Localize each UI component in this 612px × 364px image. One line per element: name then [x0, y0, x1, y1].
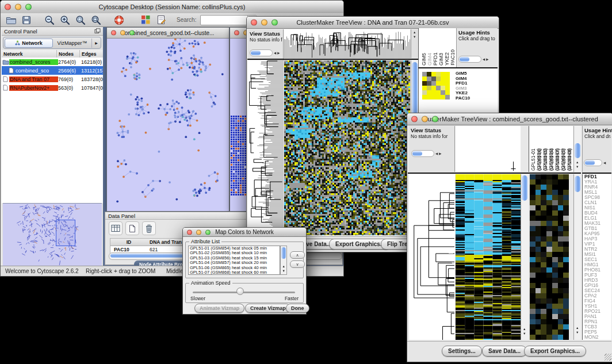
data-panel-toolbar — [109, 221, 156, 235]
help-lifering-icon[interactable] — [113, 14, 125, 26]
export-graphics-button[interactable]: Export Graphics... — [524, 346, 586, 357]
annotation-icon[interactable] — [155, 14, 167, 26]
gene-label[interactable]: MON2 — [583, 335, 611, 340]
close-button[interactable] — [234, 30, 239, 36]
open-folder-icon[interactable] — [5, 14, 17, 26]
close-button[interactable] — [251, 20, 257, 26]
col-nodes[interactable]: Nodes — [57, 50, 80, 58]
minimize-button[interactable] — [261, 20, 267, 26]
save-icon[interactable] — [21, 14, 32, 26]
close-button[interactable] — [411, 116, 418, 122]
col-network[interactable]: Network — [2, 50, 57, 58]
speed-slider-thumb[interactable] — [236, 288, 244, 295]
zoomed-heatmap[interactable] — [422, 72, 450, 99]
zoom-out-icon[interactable] — [44, 14, 55, 26]
speed-slider-track[interactable] — [193, 292, 295, 293]
resize-grip[interactable] — [605, 354, 611, 361]
done-button[interactable]: Done — [286, 304, 309, 313]
splitter[interactable] — [247, 59, 418, 60]
splitter[interactable] — [529, 173, 581, 174]
array-label: GPL51-02 (GSM855) — [537, 127, 543, 171]
network-list-row[interactable]: combined_sco2569(6)13112(15) — [2, 66, 103, 75]
network-list-row[interactable]: RNAPuberNov2+563(0)107847(0) — [2, 83, 103, 92]
zoom-in-icon[interactable] — [59, 14, 71, 26]
heatmap-cell — [436, 86, 441, 90]
row-dendrogram[interactable] — [409, 174, 455, 340]
gene-labels-panel: PFD1YRA1RNR4MSL1SPC98CLN1NIS1BUD4ELG1MAK… — [582, 174, 611, 340]
main-titlebar[interactable]: Cytoscape Desktop (Session Name: collins… — [1, 1, 343, 14]
zoom-fit-icon[interactable] — [90, 14, 102, 26]
col-id[interactable]: ID — [110, 239, 147, 245]
heatmap-cell — [431, 86, 436, 90]
expression-heatmap[interactable] — [456, 174, 521, 340]
move-up-button[interactable]: ∧ — [290, 251, 305, 259]
heatmap-cell — [431, 72, 436, 76]
array-label: GPL51-08 (GSM872) — [567, 127, 573, 171]
view-status-hscrollbar[interactable]: ◀▶ — [250, 49, 280, 56]
zoom-button[interactable] — [25, 4, 32, 10]
array-labels-vscrollbar[interactable]: ▲▼ — [573, 126, 581, 172]
minimize-button[interactable] — [120, 30, 125, 36]
delete-attribute-trash-icon[interactable] — [142, 221, 156, 235]
zoom-button[interactable] — [129, 30, 135, 36]
search-input[interactable] — [201, 16, 247, 24]
overview-selection-rect[interactable] — [56, 220, 75, 246]
usage-hints-hscrollbar[interactable]: ◀ — [584, 159, 606, 166]
network-view-titlebar[interactable]: combined_scores_good.txt--cluste... — [107, 28, 229, 39]
treeview-combined-titlebar[interactable]: ClusterMaker TreeView : combined_scores_… — [407, 113, 612, 125]
minimize-button[interactable] — [15, 4, 21, 10]
zoomed-heatmap-vscrollbar[interactable]: ▲▼ — [573, 174, 581, 340]
array-label: GPL51-04 (GSM857) — [549, 127, 555, 171]
usage-hints-panel: Usage Hints Click and drag to ◀ — [582, 126, 611, 172]
splitter[interactable] — [408, 173, 529, 174]
treeview-dna-titlebar[interactable]: ClusterMaker TreeView : DNA and Tran 07-… — [247, 17, 499, 29]
col-edges[interactable]: Edges — [80, 50, 103, 58]
zoom-selected-icon[interactable] — [75, 14, 86, 26]
splitter[interactable] — [582, 173, 611, 174]
zoom-button[interactable] — [205, 229, 211, 235]
window-controls — [187, 229, 211, 235]
attribute-listbox[interactable]: GPL51-01 (GSM854) heat shock 05 minGPL51… — [188, 246, 280, 275]
create-vizmap-button[interactable]: Create Vizmap — [245, 304, 291, 313]
network-overview-thumbnail[interactable] — [3, 203, 102, 266]
select-attributes-icon[interactable] — [109, 221, 123, 235]
slower-label: Slower — [190, 296, 205, 301]
new-attribute-icon[interactable] — [125, 221, 139, 235]
network-list-row[interactable]: combined_scores2764(0)16218(0) — [2, 58, 103, 66]
network-graph-canvas[interactable] — [107, 39, 228, 210]
move-down-button[interactable]: ∨ — [290, 260, 305, 268]
network-table-header: Network Nodes Edges — [2, 50, 103, 58]
settings-button[interactable]: Settings... — [442, 346, 482, 357]
zoom-button[interactable] — [432, 116, 438, 122]
attribute-list-item[interactable]: GPL51-07 (GSM868) heat shock 60 min — [189, 270, 280, 275]
close-button[interactable] — [187, 229, 192, 235]
column-dendrogram[interactable] — [284, 29, 410, 58]
tab-overflow-arrow[interactable]: ▶ — [91, 39, 101, 48]
column-dendrogram[interactable] — [456, 126, 521, 172]
expression-heatmap[interactable] — [284, 60, 410, 235]
minimize-button[interactable] — [422, 116, 428, 122]
save-data-button[interactable]: Save Data... — [482, 346, 527, 357]
control-panel-tabs: Network VizMapper™ ▶ — [3, 37, 101, 49]
dendrogram-scroll-strip[interactable]: ▲▼ — [411, 29, 418, 58]
usage-hints-hscrollbar[interactable]: ◀▶ — [458, 56, 488, 63]
heatmap-cell — [441, 72, 445, 76]
view-status-hscrollbar[interactable]: ◀▶ — [411, 150, 441, 157]
heatmap-vscrollbar[interactable]: ▲▼ — [521, 174, 529, 340]
zoomed-heatmap[interactable] — [530, 174, 569, 340]
zoom-button[interactable] — [271, 20, 278, 26]
row-dendrogram[interactable] — [248, 60, 284, 235]
network-view-window: combined_scores_good.txt--cluste... — [106, 27, 230, 212]
float-window-icon[interactable] — [94, 28, 101, 35]
attribute-list-vscrollbar[interactable]: ▲▼ — [280, 246, 287, 275]
minimize-button[interactable] — [196, 229, 201, 235]
network-edges-count: 16218(0) — [81, 59, 103, 65]
close-button[interactable] — [111, 30, 116, 36]
heatmap-cell — [436, 72, 441, 76]
tab-vizmapper[interactable]: VizMapper™ — [53, 40, 91, 46]
dialog-titlebar[interactable]: Map Colors to Network — [183, 228, 306, 237]
close-button[interactable] — [5, 4, 11, 10]
network-list-row[interactable]: DNA and Tran 07769(0)183728(0) — [2, 75, 103, 83]
tab-network[interactable]: Network — [5, 39, 53, 48]
vizmapper-icon[interactable] — [140, 14, 151, 26]
